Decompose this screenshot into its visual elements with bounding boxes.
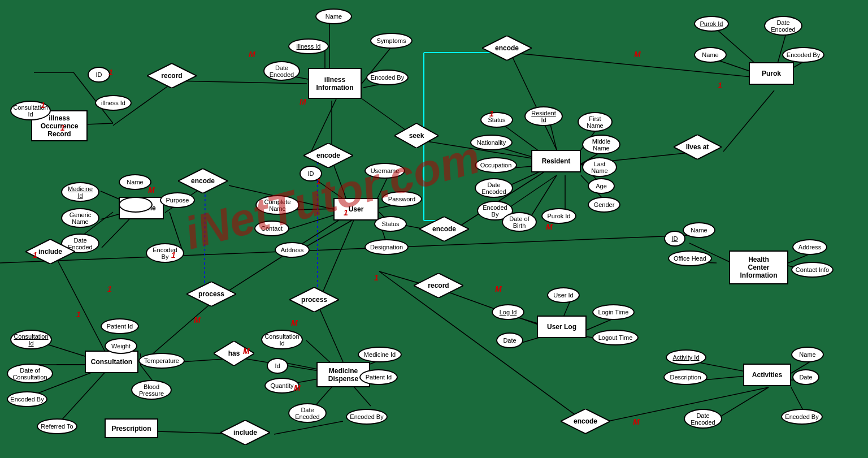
ellipse-consult-encoded-by: Encoded By bbox=[7, 391, 47, 407]
mult-m-record-illness2: M bbox=[300, 97, 306, 106]
mult-1-encode3-res: 1 bbox=[489, 109, 494, 118]
diamond-record1: record bbox=[147, 63, 197, 88]
svg-text:seek: seek bbox=[409, 132, 424, 140]
svg-text:encode: encode bbox=[495, 44, 519, 52]
ellipse-log-user-id: User Id bbox=[547, 287, 580, 303]
svg-text:record: record bbox=[161, 72, 182, 80]
mult-1-occ-ill: 1 bbox=[60, 123, 65, 132]
ellipse-consult-referred: Referred To bbox=[37, 418, 77, 434]
ellipse-res-last-name: LastName bbox=[582, 157, 617, 177]
ellipse-illness-symptoms: Symptoms bbox=[370, 33, 413, 49]
ellipse-user-contact: Contact bbox=[254, 221, 289, 236]
ellipse-purok-encoded-by: Encoded By bbox=[782, 47, 824, 63]
diamond-lives-at: lives at bbox=[674, 135, 722, 159]
ellipse-res-dob: Date ofBirth bbox=[502, 212, 537, 232]
ellipse-hc-address: Address bbox=[792, 239, 827, 255]
ellipse-res-first-name: FirstName bbox=[578, 112, 613, 132]
ellipse-med-encoded-by: EncodedBy bbox=[146, 243, 184, 263]
entity-user-log: User Log bbox=[537, 316, 587, 338]
ellipse-log-id: Log Id bbox=[492, 304, 524, 320]
ellipse-res-id: ResidentId bbox=[524, 106, 563, 126]
ellipse-illness-date-encoded: DateEncoded bbox=[263, 61, 300, 81]
ellipse-illness-name: Name bbox=[315, 8, 352, 24]
ellipse-res-status: Status bbox=[480, 112, 513, 128]
mult-1-record-occ: 1 bbox=[108, 68, 113, 77]
svg-text:lives at: lives at bbox=[686, 143, 709, 151]
svg-text:encode: encode bbox=[432, 225, 456, 233]
ellipse-hc-name: Name bbox=[683, 222, 715, 238]
ellipse-res-nationality: Nationality bbox=[470, 135, 513, 150]
ellipse-purok-name: Name bbox=[694, 47, 727, 63]
mult-1-occ-consult: 1 bbox=[41, 101, 45, 110]
ellipse-purok-id: Purok Id bbox=[694, 16, 729, 32]
entity-user: User bbox=[333, 198, 379, 221]
mult-1-include1-consult: 1 bbox=[33, 250, 37, 260]
svg-text:record: record bbox=[428, 282, 449, 290]
mult-m-include2-disp: M bbox=[294, 383, 301, 392]
svg-line-87 bbox=[0, 235, 705, 263]
ellipse-hc-contact: Contact Info bbox=[791, 262, 834, 278]
diamond-encode4: encode bbox=[419, 217, 469, 241]
ellipse-disp-id: Id bbox=[267, 358, 288, 374]
diamond-record2: record bbox=[414, 273, 463, 298]
ellipse-disp-patient-id: Patient Id bbox=[359, 369, 398, 385]
svg-line-33 bbox=[318, 304, 343, 362]
ellipse-purok-date-encoded: DateEncoded bbox=[764, 16, 802, 36]
mult-m-encode4-res: M bbox=[546, 222, 553, 231]
ellipse-disp-date: DateEncoded bbox=[288, 403, 327, 423]
svg-text:has: has bbox=[228, 349, 240, 357]
mult-1-process1-consult: 1 bbox=[107, 284, 112, 293]
ellipse-consult-id: ConsultationId bbox=[10, 330, 52, 349]
svg-text:encode: encode bbox=[316, 152, 340, 159]
ellipse-user-password: Password bbox=[381, 191, 422, 207]
ellipse-res-purok-id: Purok Id bbox=[541, 208, 576, 224]
ellipse-hc-id: ID bbox=[664, 231, 685, 247]
ellipse-act-id: Activity Id bbox=[666, 349, 706, 365]
entity-resident: Resident bbox=[531, 150, 581, 172]
diamond-encode1: encode bbox=[178, 168, 228, 193]
ellipse-occ-illness-id: illness Id bbox=[95, 95, 132, 111]
diamond-seek: seek bbox=[394, 123, 439, 148]
mult-1-encode2-illness: 1 bbox=[344, 208, 348, 217]
svg-text:process: process bbox=[198, 290, 224, 298]
ellipse-consult-patient-id: Patient Id bbox=[101, 318, 139, 334]
mult-1-process2-user: 1 bbox=[171, 250, 176, 260]
ellipse-res-date-encoded: DateEncoded bbox=[475, 178, 513, 198]
mult-1-lives-at-purok: 1 bbox=[718, 81, 722, 90]
diamond-process2: process bbox=[289, 287, 339, 312]
svg-line-85 bbox=[723, 90, 774, 152]
entity-health-center: HealthCenterInformation bbox=[729, 250, 788, 284]
svg-line-43 bbox=[274, 421, 343, 434]
diamond-include2: include bbox=[220, 420, 270, 445]
er-diagram: iNetTutor.com illness Information illnes… bbox=[0, 0, 868, 458]
mult-m-encode3-purok: M bbox=[634, 50, 641, 59]
ellipse-med-id: MedicineId bbox=[61, 182, 99, 202]
ellipse-disp-med-id: Medicine Id bbox=[358, 347, 402, 362]
ellipse-res-middle-name: MiddleName bbox=[582, 135, 620, 154]
ellipse-med-generic: GenericName bbox=[61, 208, 99, 228]
ellipse-disp-encoded-by: Encoded By bbox=[346, 409, 388, 425]
ellipse-consult-bp: BloodPressure bbox=[131, 380, 172, 400]
diamond-process1: process bbox=[186, 282, 236, 306]
ellipse-hc-office-head: Office Head bbox=[668, 250, 712, 266]
entity-consultation: Consultation bbox=[85, 351, 138, 373]
svg-line-103 bbox=[205, 185, 205, 288]
svg-line-20 bbox=[55, 256, 112, 365]
ellipse-illness-id: illness Id bbox=[288, 38, 329, 54]
svg-line-57 bbox=[510, 53, 773, 79]
diamond-encode3: encode bbox=[482, 36, 532, 61]
entity-activities: Activities bbox=[743, 364, 791, 386]
mult-1-include1-med: 1 bbox=[76, 310, 81, 319]
ellipse-res-occupation: Occupation bbox=[475, 157, 517, 173]
entity-illness-info: illness Information bbox=[308, 68, 362, 99]
mult-1-record-illness: M bbox=[249, 50, 255, 59]
mult-1-process2-user2: 1 bbox=[374, 273, 379, 282]
ellipse-med-purpose2: Purpose bbox=[160, 192, 195, 208]
ellipse-act-date-encoded: DateEncoded bbox=[684, 409, 722, 429]
ellipse-illness-encoded-by: Encoded By bbox=[366, 70, 409, 85]
ellipse-user-status: Status bbox=[374, 216, 407, 232]
ellipse-consult-temp: Temperature bbox=[138, 353, 185, 369]
diamond-encode5: encode bbox=[561, 409, 610, 434]
diamond-encode2: encode bbox=[303, 143, 353, 168]
ellipse-disp-consult-id: ConsultationId bbox=[261, 330, 303, 349]
